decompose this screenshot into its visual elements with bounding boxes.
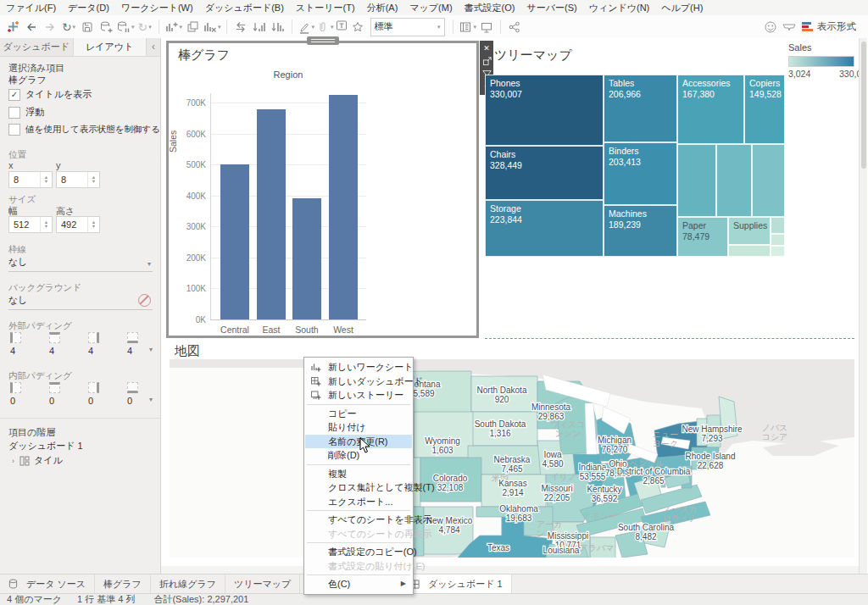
- padding-dropdown-icon[interactable]: ▾: [149, 346, 153, 353]
- forward-button[interactable]: [42, 18, 58, 36]
- fit-selector[interactable]: 標準▾: [370, 18, 445, 36]
- swap-axes-button[interactable]: [232, 18, 249, 36]
- sheet-tab[interactable]: 折れ線グラフ: [151, 574, 225, 593]
- context-menu-item[interactable]: 複製: [305, 467, 412, 481]
- menu-item[interactable]: ワークシート(W): [115, 0, 199, 16]
- context-menu-item[interactable]: 新しいワークシート: [305, 360, 412, 375]
- treemap-cell[interactable]: Copiers149,528: [744, 75, 785, 144]
- bar-central[interactable]: [220, 164, 249, 319]
- context-menu-item[interactable]: エクスポート...: [305, 495, 412, 509]
- padding-value[interactable]: 4: [49, 346, 54, 356]
- clear-sheet-button[interactable]: ▾: [203, 18, 221, 36]
- back-button[interactable]: [23, 18, 40, 36]
- context-menu-item[interactable]: 書式設定の貼り付け(E): [305, 559, 412, 574]
- show-me-button[interactable]: 表示形式: [802, 20, 856, 33]
- menu-item[interactable]: データ(D): [62, 0, 115, 16]
- attach-button[interactable]: ▾: [316, 18, 334, 36]
- sort-descending-button[interactable]: [270, 18, 287, 36]
- context-menu-item[interactable]: 色(C)▶: [305, 577, 412, 591]
- go-to-sheet-icon[interactable]: [481, 56, 492, 68]
- padding-value[interactable]: 0: [10, 396, 15, 406]
- hierarchy-tile-row[interactable]: › タイル: [12, 454, 63, 467]
- tab-layout[interactable]: レイアウト: [73, 38, 147, 56]
- context-menu-item[interactable]: コピー: [305, 407, 412, 421]
- treemap-cell[interactable]: Machines189,239: [604, 205, 677, 257]
- vertical-scrollbar[interactable]: [859, 38, 867, 574]
- padding-dropdown-icon[interactable]: ▾: [149, 396, 153, 403]
- padding-value[interactable]: 4: [88, 346, 93, 356]
- context-menu-item[interactable]: すべてのシートの再表示: [305, 527, 412, 541]
- menu-item[interactable]: サーバー(S): [521, 0, 583, 16]
- bar-west[interactable]: [329, 95, 358, 319]
- bar-east[interactable]: [257, 109, 286, 319]
- bar-south[interactable]: [292, 198, 321, 319]
- refresh-button[interactable]: ↻▾: [136, 18, 153, 36]
- color-legend[interactable]: Sales 3,024 330,007: [788, 42, 859, 81]
- treemap-cell[interactable]: Accessories167,380: [677, 75, 744, 144]
- treemap-cell[interactable]: [771, 234, 785, 246]
- map-area[interactable]: ウィスコンシンイリノイ米国アーカンソーテネシーアラバマノースカロライナニューヨー…: [170, 359, 854, 558]
- menu-item[interactable]: 分析(A): [361, 0, 404, 16]
- background-dropdown[interactable]: なし: [8, 294, 153, 310]
- pause-updates-button[interactable]: ▾: [116, 18, 135, 36]
- padding-value[interactable]: 0: [49, 396, 54, 406]
- new-data-source-button[interactable]: [97, 18, 114, 36]
- floating-checkbox[interactable]: 浮動: [8, 106, 44, 119]
- zone-drag-handle[interactable]: [307, 36, 339, 45]
- width-stepper[interactable]: 512▲▼: [8, 216, 53, 233]
- sheet-tab[interactable]: データ ソース: [0, 574, 95, 593]
- horizontal-scrollbar[interactable]: [161, 566, 859, 574]
- sort-ascending-button[interactable]: [251, 18, 268, 36]
- treemap-cell[interactable]: Chairs328,449: [485, 146, 604, 200]
- sheet-tab[interactable]: ツリーマップ: [225, 574, 300, 593]
- treemap-cell[interactable]: Phones330,007: [485, 75, 604, 146]
- context-menu-item[interactable]: 貼り付け: [305, 420, 412, 435]
- treemap-cell[interactable]: [752, 144, 785, 217]
- context-menu-item[interactable]: 書式設定のコピー(O): [305, 545, 412, 559]
- padding-value[interactable]: 0: [88, 396, 93, 406]
- show-hide-cards-button[interactable]: ▾: [459, 18, 477, 36]
- control-visibility-checkbox[interactable]: 値を使用して表示状態を制御する: [8, 124, 160, 136]
- treemap-cell[interactable]: [716, 144, 752, 217]
- pos-y-stepper[interactable]: 8▲▼: [56, 171, 100, 188]
- padding-value[interactable]: 4: [10, 346, 15, 356]
- context-menu-item[interactable]: 名前の変更(R): [305, 435, 412, 449]
- treemap-cell[interactable]: Storage223,844: [485, 200, 604, 257]
- menu-item[interactable]: ストーリー(T): [290, 0, 361, 16]
- treemap-cell[interactable]: [677, 144, 716, 217]
- sheet-tab[interactable]: 棒グラフ: [95, 574, 151, 593]
- show-title-checkbox[interactable]: ✓タイトルを表示: [8, 88, 92, 101]
- hierarchy-root[interactable]: ダッシュボード 1: [8, 440, 83, 452]
- height-stepper[interactable]: 492▲▼: [56, 216, 100, 233]
- context-menu-item[interactable]: 削除(D): [305, 448, 412, 463]
- presentation-mode-button[interactable]: [478, 18, 495, 36]
- treemap-cell[interactable]: Binders203,413: [604, 142, 677, 205]
- share-button[interactable]: [506, 18, 523, 36]
- remove-zone-icon[interactable]: ✕: [481, 42, 492, 54]
- expand-icon[interactable]: ›: [12, 457, 14, 465]
- context-menu-item[interactable]: すべてのシートを非表示: [305, 513, 412, 527]
- bar-plot-area[interactable]: [210, 93, 366, 319]
- duplicate-button[interactable]: [184, 18, 201, 36]
- menu-item[interactable]: マップ(M): [403, 0, 458, 16]
- treemap-cell[interactable]: Supplies: [728, 217, 771, 245]
- padding-value[interactable]: 4: [127, 346, 132, 356]
- treemap-cell[interactable]: [771, 246, 785, 257]
- tab-dashboard[interactable]: ダッシュボード: [0, 38, 73, 56]
- context-menu-item[interactable]: 新しいダッシュボード: [305, 375, 412, 389]
- treemap-cell[interactable]: [771, 217, 785, 234]
- treemap-cell[interactable]: Tables206,966: [604, 75, 677, 142]
- treemap-cell[interactable]: Paper78,479: [677, 217, 728, 257]
- treemap-cell[interactable]: [728, 245, 771, 257]
- menu-item[interactable]: ダッシュボード(B): [199, 0, 290, 16]
- collapse-pane-icon[interactable]: ‹: [147, 38, 160, 56]
- sheet-tab[interactable]: ダッシュボード 1: [402, 574, 512, 593]
- assistant-icon[interactable]: [762, 18, 779, 36]
- menu-item[interactable]: 書式設定(O): [459, 0, 521, 16]
- text-label-button[interactable]: [335, 19, 348, 36]
- save-button[interactable]: [79, 18, 96, 36]
- border-dropdown[interactable]: なし▾: [8, 256, 153, 272]
- menu-item[interactable]: ヘルプ(H): [655, 0, 709, 16]
- padding-value[interactable]: 0: [127, 396, 132, 406]
- context-menu-item[interactable]: クロス集計として複製(T): [305, 480, 412, 495]
